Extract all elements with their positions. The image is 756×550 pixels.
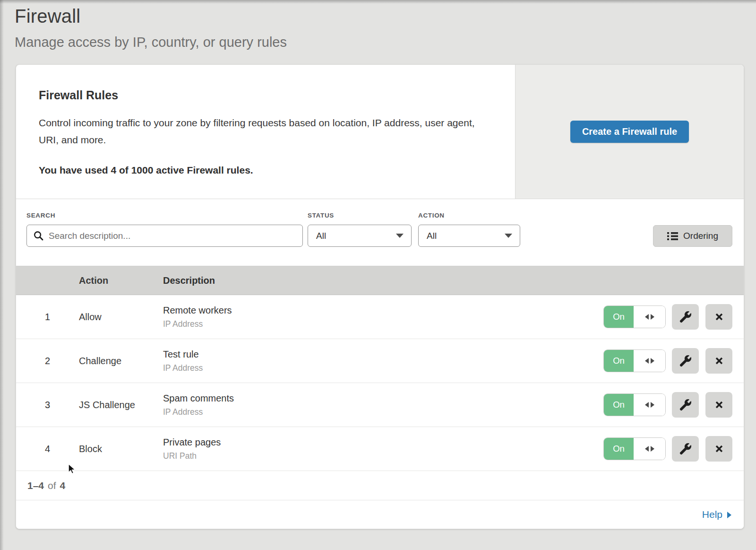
rule-description: Remote workers	[163, 305, 604, 316]
window-left-edge	[0, 0, 4, 550]
status-select[interactable]: All	[308, 225, 412, 247]
rule-priority: 4	[16, 444, 79, 454]
rule-description: Test rule	[163, 349, 604, 360]
rule-field-type: IP Address	[163, 363, 604, 373]
status-label: STATUS	[308, 212, 412, 219]
page-subtitle: Manage access by IP, country, or query r…	[15, 35, 756, 50]
chevron-down-icon	[505, 234, 512, 238]
wrench-icon	[679, 443, 692, 455]
rule-priority: 2	[16, 356, 79, 367]
rule-enabled-toggle[interactable]: On	[604, 438, 665, 460]
status-selected-value: All	[316, 231, 326, 241]
rule-controls: On	[604, 436, 744, 462]
edit-rule-button[interactable]	[672, 392, 699, 418]
action-select[interactable]: All	[418, 225, 520, 247]
rule-controls: On	[604, 304, 744, 330]
close-icon	[714, 400, 724, 410]
table-row: 2 Challenge Test rule IP Address On	[16, 339, 744, 383]
edit-rule-button[interactable]	[672, 348, 699, 374]
toggle-on-label: On	[604, 306, 634, 328]
filters-bar: SEARCH STATUS All ACTION All	[16, 199, 744, 266]
toggle-drag-handle-icon[interactable]	[634, 350, 665, 372]
rule-controls: On	[604, 392, 744, 418]
search-icon	[34, 231, 43, 241]
wrench-icon	[679, 355, 692, 367]
action-label: ACTION	[418, 212, 520, 219]
toggle-drag-handle-icon[interactable]	[634, 306, 665, 328]
rule-controls: On	[604, 348, 744, 374]
create-rule-panel: Create a Firewall rule	[515, 65, 744, 199]
ordering-button[interactable]: Ordering	[653, 225, 732, 247]
edit-rule-button[interactable]	[672, 436, 699, 462]
table-header-row: Action Description	[16, 266, 744, 295]
rule-enabled-toggle[interactable]: On	[604, 350, 665, 372]
toggle-on-label: On	[604, 350, 634, 372]
delete-rule-button[interactable]	[705, 348, 732, 374]
rule-action: JS Challenge	[79, 400, 163, 410]
rule-field-type: URI Path	[163, 451, 604, 461]
rule-description: Spam comments	[163, 393, 604, 404]
page-title: Firewall	[15, 6, 756, 27]
wrench-icon	[679, 311, 692, 323]
rule-action: Allow	[79, 312, 163, 323]
ordering-list-icon	[667, 232, 678, 241]
action-filter-group: ACTION All	[418, 212, 520, 247]
page-header: Firewall Manage access by IP, country, o…	[0, 0, 756, 50]
rule-field-type: IP Address	[163, 319, 604, 329]
delete-rule-button[interactable]	[705, 436, 732, 462]
search-filter-group: SEARCH	[26, 212, 303, 247]
rule-action: Challenge	[79, 356, 163, 367]
rules-intro: Firewall Rules Control incoming traffic …	[16, 65, 515, 199]
delete-rule-button[interactable]	[705, 392, 732, 418]
column-header-action: Action	[79, 275, 163, 286]
toggle-on-label: On	[604, 394, 634, 416]
toggle-drag-handle-icon[interactable]	[634, 438, 665, 460]
rules-description: Control incoming traffic to your zone by…	[39, 114, 488, 148]
rule-description-cell: Remote workers IP Address	[163, 305, 604, 329]
chevron-down-icon	[396, 234, 404, 238]
help-link[interactable]: Help	[702, 509, 731, 520]
rule-enabled-toggle[interactable]: On	[604, 394, 665, 416]
column-header-description: Description	[163, 275, 744, 286]
rules-intro-section: Firewall Rules Control incoming traffic …	[16, 65, 744, 199]
search-label: SEARCH	[26, 212, 303, 219]
close-icon	[714, 356, 724, 366]
firewall-rules-card: Firewall Rules Control incoming traffic …	[16, 64, 744, 529]
rules-usage-count: You have used 4 of 1000 active Firewall …	[39, 165, 492, 176]
help-label: Help	[702, 509, 722, 520]
pagination-of: of	[48, 480, 56, 491]
status-filter-group: STATUS All	[308, 212, 412, 247]
ordering-button-label: Ordering	[683, 231, 718, 241]
pagination-total: 4	[60, 480, 66, 491]
pagination: 1–4 of 4	[16, 471, 744, 500]
edit-rule-button[interactable]	[672, 304, 699, 330]
search-box	[26, 225, 303, 247]
rule-description-cell: Test rule IP Address	[163, 349, 604, 373]
card-footer: Help	[16, 500, 744, 529]
rule-description: Private pages	[163, 437, 604, 448]
rule-description-cell: Private pages URI Path	[163, 437, 604, 461]
delete-rule-button[interactable]	[705, 304, 732, 330]
rules-table: Action Description 1 Allow Remote worker…	[16, 266, 744, 529]
toggle-on-label: On	[604, 438, 634, 460]
arrow-right-icon	[727, 512, 731, 518]
wrench-icon	[679, 399, 692, 411]
rule-action: Block	[79, 444, 163, 454]
close-icon	[714, 444, 724, 454]
toggle-drag-handle-icon[interactable]	[634, 394, 665, 416]
rule-field-type: IP Address	[163, 407, 604, 417]
rule-priority: 3	[16, 400, 79, 410]
close-icon	[714, 312, 724, 322]
pagination-range: 1–4	[27, 480, 44, 491]
table-row: 3 JS Challenge Spam comments IP Address …	[16, 383, 744, 427]
table-row: 4 Block Private pages URI Path On	[16, 427, 744, 471]
search-input[interactable]	[26, 225, 303, 247]
table-row: 1 Allow Remote workers IP Address On	[16, 295, 744, 339]
rule-description-cell: Spam comments IP Address	[163, 393, 604, 417]
action-selected-value: All	[427, 231, 437, 241]
rule-priority: 1	[16, 312, 79, 323]
rule-enabled-toggle[interactable]: On	[604, 306, 665, 328]
create-firewall-rule-button[interactable]: Create a Firewall rule	[570, 121, 689, 143]
rules-heading: Firewall Rules	[39, 88, 492, 102]
